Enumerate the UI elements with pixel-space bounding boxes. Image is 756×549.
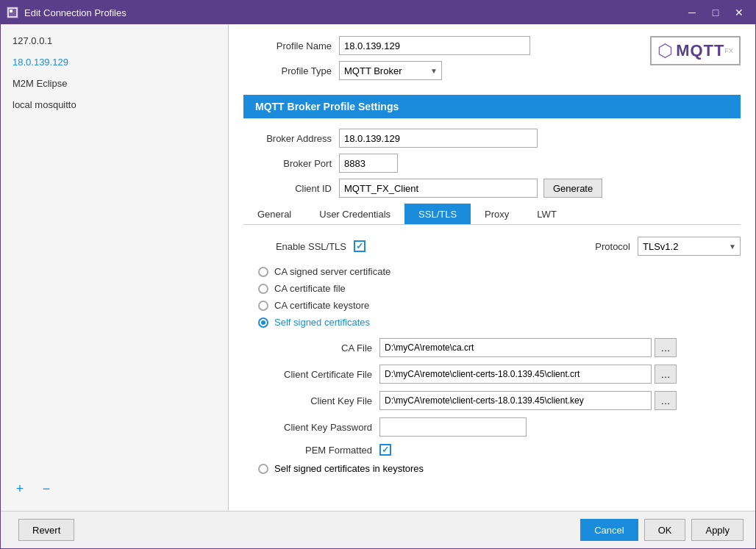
sidebar-item-18[interactable]: 18.0.139.129 (1, 51, 228, 73)
section-header: MQTT Broker Profile Settings (243, 95, 741, 118)
window-controls: ─ □ ✕ (682, 4, 749, 21)
client-key-password-label: Client Key Password (243, 422, 372, 433)
client-key-input[interactable] (379, 391, 652, 410)
profile-name-label: Profile Name (243, 40, 332, 51)
maximize-button[interactable]: □ (705, 4, 726, 21)
svg-rect-1 (10, 10, 13, 12)
signed-keystores-label: Self signed certificates in keystores (274, 463, 424, 474)
pem-row: PEM Formatted (243, 444, 741, 456)
profile-name-input[interactable] (339, 36, 530, 55)
signed-keystores-radio (258, 464, 268, 474)
revert-button[interactable]: Revert (18, 519, 74, 541)
client-key-password-input[interactable] (379, 417, 527, 437)
sidebar-item-m2m[interactable]: M2M Eclipse (1, 73, 228, 94)
mqtt-logo-sub: FX (724, 47, 733, 54)
ca-file-browse[interactable]: … (655, 338, 677, 357)
add-profile-button[interactable]: + (10, 478, 30, 499)
broker-address-input[interactable] (339, 129, 538, 148)
app-icon (7, 7, 18, 18)
client-cert-input[interactable] (379, 365, 652, 384)
radio-ca-file-circle (258, 284, 268, 294)
sidebar-item-local[interactable]: local mosquitto (1, 94, 228, 115)
profile-type-row: Profile Type MQTT Broker MQTT Subscriber… (243, 61, 635, 80)
client-key-password-row: Client Key Password (243, 417, 741, 437)
tab-proxy[interactable]: Proxy (471, 204, 523, 224)
client-id-row: Client ID Generate (243, 179, 741, 198)
client-id-input[interactable] (339, 179, 538, 198)
profile-type-label: Profile Type (243, 65, 332, 76)
radio-ca-keystore-label: CA certificate keystore (274, 300, 369, 311)
profile-type-wrapper: MQTT Broker MQTT Subscriber Generic ▼ (339, 61, 442, 80)
cancel-button[interactable]: Cancel (580, 519, 638, 541)
mqtt-logo-shape: ⬡ MQTT FX (650, 36, 741, 65)
client-cert-row: Client Certificate File … (243, 365, 741, 384)
header-top: Profile Name Profile Type MQTT Broker MQ… (243, 36, 741, 86)
client-cert-browse[interactable]: … (655, 365, 677, 384)
radio-ca-file-label: CA certificate file (274, 283, 346, 294)
close-button[interactable]: ✕ (729, 4, 749, 21)
radio-ca-signed[interactable]: CA signed server certificate (258, 266, 741, 277)
tab-ssl-tls[interactable]: SSL/TLS (404, 204, 471, 224)
radio-ca-signed-circle (258, 267, 268, 277)
ok-button[interactable]: OK (644, 519, 686, 541)
tab-lwt[interactable]: LWT (523, 204, 570, 224)
window-title: Edit Connection Profiles (24, 7, 682, 18)
profile-name-row: Profile Name (243, 36, 635, 55)
broker-address-label: Broker Address (243, 133, 332, 144)
title-bar: Edit Connection Profiles ─ □ ✕ (1, 1, 755, 24)
signed-keystores-row[interactable]: Self signed certificates in keystores (258, 463, 741, 474)
sidebar-footer: + − (1, 473, 228, 505)
broker-port-label: Broker Port (243, 158, 332, 169)
radio-ca-file[interactable]: CA certificate file (258, 283, 741, 294)
client-cert-label: Client Certificate File (243, 369, 372, 380)
enable-ssl-checkbox[interactable] (354, 240, 365, 252)
tabs: General User Credentials SSL/TLS Proxy L… (243, 204, 741, 225)
tab-general[interactable]: General (243, 204, 305, 224)
broker-port-input[interactable] (339, 154, 398, 173)
minimize-button[interactable]: ─ (682, 4, 702, 21)
radio-self-signed-circle (258, 317, 268, 328)
protocol-select-wrapper: TLSv1.2 TLSv1.1 TLSv1.0 SSLv3 ▼ (638, 237, 741, 256)
radio-ca-signed-label: CA signed server certificate (274, 266, 391, 277)
profile-type-select[interactable]: MQTT Broker MQTT Subscriber Generic (339, 61, 442, 80)
main-content: Profile Name Profile Type MQTT Broker MQ… (229, 24, 755, 511)
client-key-row: Client Key File … (243, 391, 741, 410)
mqtt-logo-text: MQTT (676, 41, 724, 60)
protocol-label: Protocol (595, 241, 630, 252)
broker-address-row: Broker Address (243, 129, 741, 148)
ca-file-row: CA File … (243, 338, 741, 357)
sidebar: 127.0.0.1 18.0.139.129 M2M Eclipse local… (1, 24, 229, 511)
radio-group: CA signed server certificate CA certific… (258, 266, 741, 328)
sidebar-item-127[interactable]: 127.0.0.1 (1, 30, 228, 51)
tab-user-credentials[interactable]: User Credentials (305, 204, 404, 224)
header-fields: Profile Name Profile Type MQTT Broker MQ… (243, 36, 635, 86)
protocol-select[interactable]: TLSv1.2 TLSv1.1 TLSv1.0 SSLv3 (638, 237, 741, 256)
client-key-browse[interactable]: … (655, 391, 677, 410)
pem-label: PEM Formatted (243, 445, 372, 456)
ca-file-input[interactable] (379, 338, 652, 357)
pem-checkbox[interactable] (379, 444, 391, 456)
mqtt-logo: ⬡ MQTT FX (650, 36, 741, 65)
remove-profile-button[interactable]: − (36, 478, 57, 499)
window-body: 127.0.0.1 18.0.139.129 M2M Eclipse local… (1, 24, 755, 511)
generate-button[interactable]: Generate (543, 179, 602, 198)
apply-button[interactable]: Apply (691, 519, 743, 541)
radio-ca-keystore[interactable]: CA certificate keystore (258, 300, 741, 311)
radio-ca-keystore-circle (258, 301, 268, 311)
ca-file-label: CA File (243, 342, 372, 354)
radio-self-signed-label: Self signed certificates (274, 317, 370, 328)
enable-ssl-label: Enable SSL/TLS (243, 241, 346, 252)
client-key-label: Client Key File (243, 395, 372, 406)
main-window: Edit Connection Profiles ─ □ ✕ 127.0.0.1… (0, 0, 756, 549)
radio-self-signed[interactable]: Self signed certificates (258, 317, 741, 328)
ssl-content: Enable SSL/TLS Protocol TLSv1.2 TLSv1.1 … (243, 237, 741, 474)
bottom-bar: Revert Cancel OK Apply (1, 511, 755, 548)
client-id-label: Client ID (243, 183, 332, 194)
broker-port-row: Broker Port (243, 154, 741, 173)
mqtt-logo-icon: ⬡ (657, 40, 673, 61)
